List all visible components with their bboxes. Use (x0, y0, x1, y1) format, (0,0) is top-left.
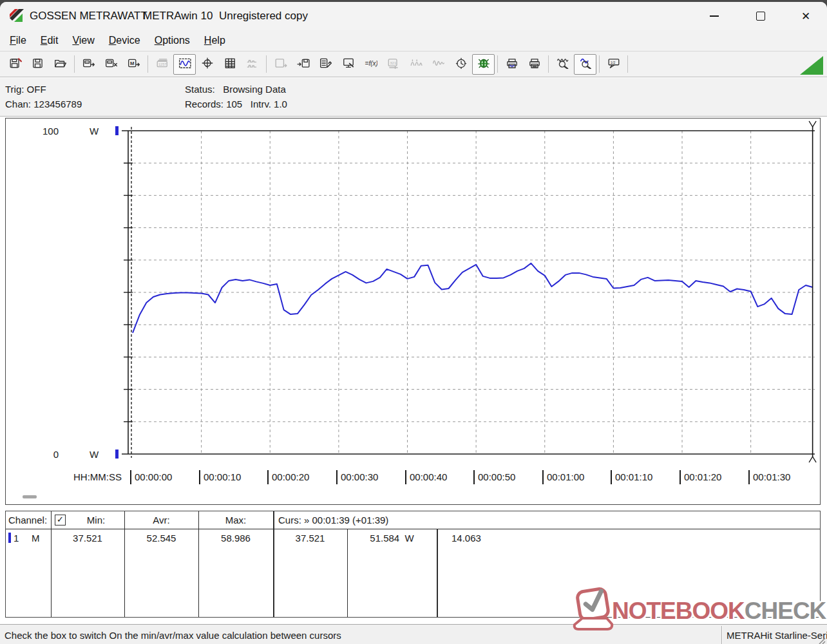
formula-button[interactable]: =f(x) (359, 54, 382, 75)
svg-text:321: 321 (390, 60, 397, 64)
save-device-icon (297, 57, 310, 71)
print-setup-button[interactable] (523, 54, 546, 75)
x-tick-00:00:20: 00:00:20 (267, 470, 309, 484)
y-axis-max-label: 100 (32, 126, 59, 137)
power-trace (133, 263, 813, 333)
x-tick-00:00:10: 00:00:10 (199, 470, 241, 484)
view-digital-display-button[interactable]: 1257 (151, 54, 173, 75)
connected-device-name: METRAHit Starline-Seri (727, 625, 827, 644)
horizontal-scrollbar-thumb[interactable] (23, 495, 37, 498)
compare-curves-button[interactable] (404, 54, 427, 75)
header-avr: Avr: (124, 513, 198, 527)
header-channel: Channel: (8, 513, 50, 527)
config-list-icon (319, 57, 332, 71)
channel-table: Channel: ✓ Min: Avr: Max: Curs: » 00:01:… (5, 511, 821, 618)
device-disconnect-button[interactable] (100, 54, 122, 75)
device-read-button[interactable] (77, 54, 100, 75)
status-bar-separator (721, 626, 722, 644)
trigger-status: Trig: OFF (5, 82, 46, 97)
menu-bar: FileEditViewDeviceOptionsHelp (0, 30, 827, 51)
damped-wave-icon (432, 57, 445, 71)
digital-display-icon: 1257 (156, 57, 169, 71)
toolbar: M1257=f(x)3211/2 (0, 51, 827, 77)
value-cursor-diff: 14.063 (452, 531, 529, 545)
new-file-button[interactable] (4, 54, 26, 75)
toolbar-separator (147, 55, 148, 73)
toolbar-separator (74, 55, 75, 73)
open-folder-icon (54, 57, 67, 71)
open-file-button[interactable] (49, 54, 71, 75)
info-callout-button[interactable]: 1/2 (602, 54, 625, 75)
x-tick-00:00:50: 00:00:50 (473, 470, 515, 484)
device-settings-button[interactable]: 321 (382, 54, 404, 75)
title-bar[interactable]: GOSSEN METRAWATT METRAwin 10 Unregistere… (0, 2, 827, 30)
channel-config-button[interactable] (314, 54, 337, 75)
x-tick-00:00:00: 00:00:00 (130, 470, 172, 484)
export-display-button[interactable] (269, 54, 292, 75)
new-file-icon (9, 57, 22, 71)
value-min: 37.521 (51, 531, 124, 545)
callout-icon: 1/2 (607, 57, 620, 71)
channel-color-bar (8, 533, 11, 543)
y-axis-bottom-marker (115, 450, 119, 459)
app-window: GOSSEN METRAWATT METRAwin 10 Unregistere… (0, 2, 827, 644)
ladybug-icon (477, 57, 490, 71)
view-yt-chart-button[interactable] (173, 54, 196, 75)
svg-text:1/2: 1/2 (610, 60, 615, 64)
timer-clock-button[interactable] (450, 54, 472, 75)
menu-edit[interactable]: Edit (33, 33, 66, 48)
toolbar-separator (548, 55, 549, 73)
menu-help[interactable]: Help (197, 33, 233, 48)
clock-icon (455, 57, 468, 71)
records-interval: Records: 105 Intrv. 1.0 (185, 97, 287, 111)
view-xy-chart-button[interactable] (196, 54, 218, 75)
device-memory-icon: M (128, 57, 140, 71)
monitor-setup-icon (342, 57, 355, 71)
menu-view[interactable]: View (65, 33, 101, 48)
gmc-green-triangle-logo (800, 56, 823, 75)
demo-mode-button[interactable] (472, 54, 495, 75)
filter-wave-button[interactable] (427, 54, 450, 75)
minmax-calc-checkbox[interactable]: ✓ (55, 515, 66, 526)
view-data-table-button[interactable] (218, 54, 241, 75)
header-min: Min: (68, 513, 124, 527)
zoom-overview-button[interactable] (551, 54, 574, 75)
menu-file[interactable]: File (3, 33, 33, 48)
sine-compare-icon (410, 57, 423, 71)
x-tick-00:01:30: 00:01:30 (748, 470, 790, 484)
y-axis-unit-top: W (90, 126, 105, 137)
menu-device[interactable]: Device (102, 33, 147, 48)
device-read-icon (82, 57, 95, 71)
device-disconnect-icon (105, 57, 118, 71)
app-logo-icon (8, 8, 25, 23)
maximize-button[interactable] (746, 6, 775, 26)
power-chart-plot[interactable] (6, 118, 820, 504)
x-tick-00:00:30: 00:00:30 (336, 470, 378, 484)
toolbar-separator (266, 55, 267, 73)
toolbar-separator (599, 55, 600, 73)
monitor-setup-button[interactable] (337, 54, 359, 75)
status-bar-message: Check the box to switch On the min/avr/m… (5, 625, 341, 644)
svg-text:1257: 1257 (158, 62, 166, 66)
zoom-window-button[interactable] (574, 54, 596, 75)
minimize-icon (710, 15, 719, 17)
value-max: 58.986 (198, 531, 273, 545)
print-chart-button[interactable] (500, 54, 523, 75)
x-tick-00:00:40: 00:00:40 (405, 470, 447, 484)
device-memory-button[interactable]: M (122, 54, 145, 75)
save-file-icon (32, 57, 44, 71)
view-histogram-button[interactable] (241, 54, 263, 75)
close-button[interactable]: ✕ (791, 6, 821, 26)
chart-panel: 100 W 0 W HH:MM:SS 00:00:0000:00:1000:00… (5, 118, 821, 505)
menu-options[interactable]: Options (147, 33, 197, 48)
minimize-button[interactable] (699, 6, 729, 26)
toolbar-separator (497, 55, 498, 73)
y-axis-unit-bottom: W (90, 449, 105, 460)
x-tick-00:01:10: 00:01:10 (611, 470, 652, 484)
save-file-button[interactable] (26, 54, 49, 75)
formula-fx-icon: =f(x) (365, 57, 377, 71)
channel-list: Chan: 123456789 (5, 97, 82, 111)
resize-grip[interactable] (817, 636, 826, 644)
status-bar: Check the box to switch On the min/avr/m… (0, 624, 827, 644)
save-to-device-button[interactable] (292, 54, 314, 75)
